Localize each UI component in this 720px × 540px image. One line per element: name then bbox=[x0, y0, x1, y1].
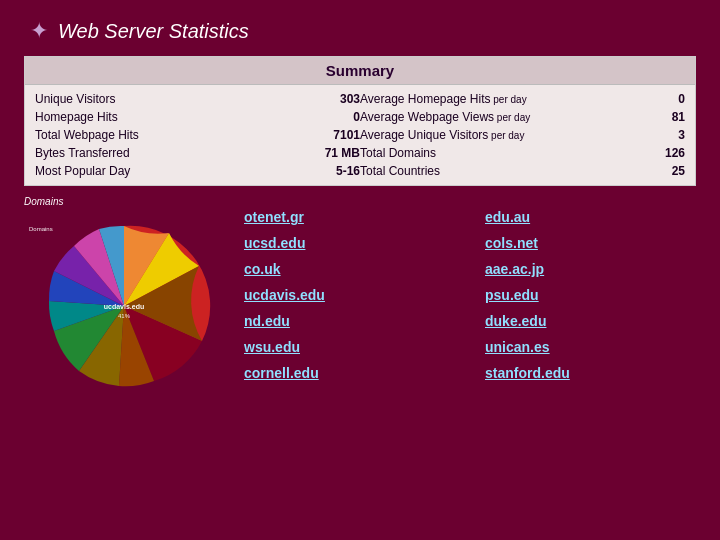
summary-right: Average Homepage Hits per day0Average We… bbox=[360, 91, 685, 179]
svg-text:ucdavis.edu: ucdavis.edu bbox=[104, 303, 144, 310]
summary-left: Unique Visitors303Homepage Hits0Total We… bbox=[35, 91, 360, 179]
domain-link[interactable]: unican.es bbox=[485, 336, 696, 358]
summary-value: 0 bbox=[625, 92, 685, 106]
domain-link[interactable]: nd.edu bbox=[244, 310, 455, 332]
lower-section: Domains bbox=[24, 196, 696, 405]
summary-label: Unique Visitors bbox=[35, 92, 300, 106]
chart-area: Domains bbox=[24, 196, 224, 405]
summary-label: Average Homepage Hits per day bbox=[360, 92, 625, 106]
domain-link[interactable]: psu.edu bbox=[485, 284, 696, 306]
summary-label: Total Domains bbox=[360, 146, 625, 160]
domain-link[interactable]: aae.ac.jp bbox=[485, 258, 696, 280]
domain-link[interactable]: otenet.gr bbox=[244, 206, 455, 228]
domain-link[interactable]: ucdavis.edu bbox=[244, 284, 455, 306]
domain-link[interactable]: stanford.edu bbox=[485, 362, 696, 384]
domain-link[interactable]: duke.edu bbox=[485, 310, 696, 332]
summary-value: 126 bbox=[625, 146, 685, 160]
summary-right-row: Average Homepage Hits per day0 bbox=[360, 91, 685, 107]
summary-label: Homepage Hits bbox=[35, 110, 300, 124]
summary-table: Summary Unique Visitors303Homepage Hits0… bbox=[24, 56, 696, 186]
domain-link[interactable]: co.uk bbox=[244, 258, 455, 280]
domain-link[interactable]: cornell.edu bbox=[244, 362, 455, 384]
summary-label: Total Webpage Hits bbox=[35, 128, 300, 142]
summary-left-row: Total Webpage Hits7101 bbox=[35, 127, 360, 143]
summary-label: Bytes Transferred bbox=[35, 146, 300, 160]
summary-value: 5-16 bbox=[300, 164, 360, 178]
summary-label: Total Countries bbox=[360, 164, 625, 178]
summary-label: Average Webpage Views per day bbox=[360, 110, 625, 124]
summary-left-row: Unique Visitors303 bbox=[35, 91, 360, 107]
summary-value: 25 bbox=[625, 164, 685, 178]
summary-value: 81 bbox=[625, 110, 685, 124]
summary-heading: Summary bbox=[25, 57, 695, 85]
domain-link[interactable]: cols.net bbox=[485, 232, 696, 254]
page-title: Web Server Statistics bbox=[58, 20, 249, 43]
summary-value: 7101 bbox=[300, 128, 360, 142]
domains-area: otenet.gredu.auucsd.educols.netco.ukaae.… bbox=[244, 196, 696, 405]
summary-value: 0 bbox=[300, 110, 360, 124]
summary-value: 71 MB bbox=[300, 146, 360, 160]
summary-right-row: Average Webpage Views per day81 bbox=[360, 109, 685, 125]
header: ✦ Web Server Statistics bbox=[0, 0, 720, 56]
summary-left-row: Most Popular Day5-16 bbox=[35, 163, 360, 179]
pie-chart: ucdavis.edu 41% Domains bbox=[24, 211, 224, 401]
domain-link[interactable]: ucsd.edu bbox=[244, 232, 455, 254]
summary-right-row: Total Domains126 bbox=[360, 145, 685, 161]
svg-text:41%: 41% bbox=[118, 313, 131, 319]
star-icon: ✦ bbox=[30, 18, 48, 44]
summary-body: Unique Visitors303Homepage Hits0Total We… bbox=[25, 85, 695, 185]
summary-right-row: Total Countries25 bbox=[360, 163, 685, 179]
domain-link[interactable]: wsu.edu bbox=[244, 336, 455, 358]
page-container: ✦ Web Server Statistics Summary Unique V… bbox=[0, 0, 720, 540]
summary-label: Average Unique Visitors per day bbox=[360, 128, 625, 142]
svg-text:Domains: Domains bbox=[29, 226, 53, 232]
domain-link[interactable]: edu.au bbox=[485, 206, 696, 228]
chart-title: Domains bbox=[24, 196, 224, 207]
summary-value: 303 bbox=[300, 92, 360, 106]
summary-left-row: Bytes Transferred71 MB bbox=[35, 145, 360, 161]
summary-value: 3 bbox=[625, 128, 685, 142]
summary-right-row: Average Unique Visitors per day3 bbox=[360, 127, 685, 143]
summary-label: Most Popular Day bbox=[35, 164, 300, 178]
summary-left-row: Homepage Hits0 bbox=[35, 109, 360, 125]
